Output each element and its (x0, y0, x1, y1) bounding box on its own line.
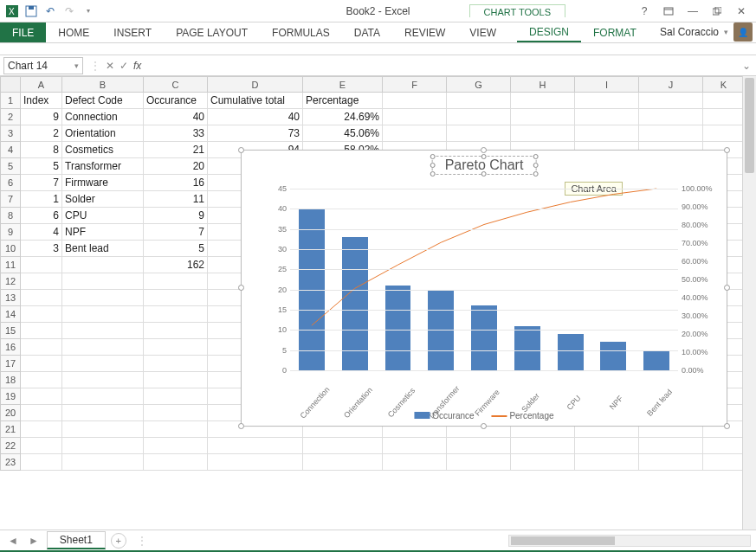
resize-handle[interactable] (724, 147, 730, 153)
chart-legend[interactable]: Occurance Percentage (414, 411, 553, 420)
cell-H22[interactable] (511, 438, 575, 454)
cell-A2[interactable]: 9 (21, 109, 62, 125)
cell-J22[interactable] (639, 438, 703, 454)
cell-A18[interactable] (21, 372, 62, 388)
row-header-23[interactable]: 23 (0, 454, 21, 471)
cell-A12[interactable] (21, 273, 62, 290)
cell-C6[interactable]: 16 (144, 175, 208, 191)
cell-J23[interactable] (639, 454, 703, 471)
user-account[interactable]: Sal Coraccio ▾ 👤 (660, 22, 753, 42)
cell-F22[interactable] (383, 438, 447, 454)
resize-handle[interactable] (481, 147, 487, 153)
cell-K3[interactable] (703, 125, 745, 142)
tab-file[interactable]: FILE (0, 22, 46, 42)
row-header-5[interactable]: 5 (0, 158, 21, 175)
cell-D2[interactable]: 40 (208, 109, 303, 125)
row-header-18[interactable]: 18 (0, 372, 21, 388)
cell-A5[interactable]: 5 (21, 158, 62, 175)
cell-B14[interactable] (62, 306, 144, 323)
cell-B4[interactable]: Cosmetics (62, 142, 144, 158)
cell-B9[interactable]: NPF (62, 224, 144, 241)
cell-C21[interactable] (144, 421, 208, 438)
row-header-17[interactable]: 17 (0, 356, 21, 372)
cell-A4[interactable]: 8 (21, 142, 62, 158)
qat-more-icon[interactable]: ▾ (81, 4, 95, 18)
cell-C15[interactable] (144, 323, 208, 339)
enter-formula-icon[interactable]: ✓ (120, 60, 128, 72)
cell-C17[interactable] (144, 356, 208, 372)
cell-C10[interactable]: 5 (144, 241, 208, 257)
cell-B17[interactable] (62, 356, 144, 372)
row-header-6[interactable]: 6 (0, 175, 21, 191)
tab-nav-prev-icon[interactable]: ◄ (5, 535, 21, 547)
cell-A15[interactable] (21, 323, 62, 339)
cell-C9[interactable]: 7 (144, 224, 208, 241)
column-header-C[interactable]: C (144, 76, 208, 93)
column-header-D[interactable]: D (208, 76, 303, 93)
row-header-13[interactable]: 13 (0, 290, 21, 306)
cell-D1[interactable]: Cumulative total (208, 93, 303, 109)
column-header-H[interactable]: H (511, 76, 575, 93)
column-header-J[interactable]: J (639, 76, 703, 93)
scrollbar-thumb[interactable] (511, 536, 615, 545)
cell-B8[interactable]: CPU (62, 208, 144, 224)
column-header-I[interactable]: I (575, 76, 639, 93)
cell-C11[interactable]: 162 (144, 257, 208, 273)
row-header-16[interactable]: 16 (0, 339, 21, 356)
cell-B1[interactable]: Defect Code (62, 93, 144, 109)
cell-C12[interactable] (144, 273, 208, 290)
row-header-4[interactable]: 4 (0, 142, 21, 158)
row-header-12[interactable]: 12 (0, 273, 21, 290)
expand-formula-bar-icon[interactable]: ⌄ (740, 60, 753, 72)
cell-A10[interactable]: 3 (21, 241, 62, 257)
cell-C13[interactable] (144, 290, 208, 306)
vertical-scrollbar[interactable] (742, 76, 756, 530)
chart-title[interactable]: Pareto Chart (432, 156, 537, 175)
scrollbar-thumb[interactable] (745, 78, 754, 173)
cell-D3[interactable]: 73 (208, 125, 303, 142)
row-header-1[interactable]: 1 (0, 93, 21, 109)
cell-K1[interactable] (703, 93, 745, 109)
cell-C18[interactable] (144, 372, 208, 388)
cell-C1[interactable]: Occurance (144, 93, 208, 109)
row-header-2[interactable]: 2 (0, 109, 21, 125)
cell-G3[interactable] (447, 125, 511, 142)
column-header-F[interactable]: F (383, 76, 447, 93)
cell-D23[interactable] (208, 454, 303, 471)
cell-B15[interactable] (62, 323, 144, 339)
restore-icon[interactable] (708, 3, 727, 19)
tab-page-layout[interactable]: PAGE LAYOUT (164, 22, 260, 42)
undo-icon[interactable]: ↶ (43, 4, 57, 18)
cell-E22[interactable] (303, 438, 383, 454)
cell-B20[interactable] (62, 405, 144, 421)
tab-nav-next-icon[interactable]: ► (26, 535, 42, 547)
cell-A21[interactable] (21, 421, 62, 438)
column-header-E[interactable]: E (303, 76, 383, 93)
chevron-down-icon[interactable]: ▾ (74, 61, 79, 70)
cell-F23[interactable] (383, 454, 447, 471)
cell-C19[interactable] (144, 388, 208, 405)
cell-B6[interactable]: Firmware (62, 175, 144, 191)
tab-home[interactable]: HOME (46, 22, 101, 42)
tab-insert[interactable]: INSERT (101, 22, 164, 42)
help-icon[interactable]: ? (635, 3, 654, 19)
minimize-icon[interactable]: — (683, 3, 702, 19)
row-header-7[interactable]: 7 (0, 191, 21, 208)
row-header-11[interactable]: 11 (0, 257, 21, 273)
column-header-K[interactable]: K (703, 76, 745, 93)
cell-A11[interactable] (21, 257, 62, 273)
row-header-10[interactable]: 10 (0, 241, 21, 257)
row-header-20[interactable]: 20 (0, 405, 21, 421)
cell-C16[interactable] (144, 339, 208, 356)
resize-handle[interactable] (238, 423, 244, 429)
cell-J3[interactable] (639, 125, 703, 142)
chart-object[interactable]: Pareto Chart Chart Area 0510152025303540… (241, 150, 727, 427)
resize-handle[interactable] (724, 285, 730, 291)
cell-I3[interactable] (575, 125, 639, 142)
cell-B19[interactable] (62, 388, 144, 405)
cell-H23[interactable] (511, 454, 575, 471)
cell-C14[interactable] (144, 306, 208, 323)
cell-B21[interactable] (62, 421, 144, 438)
cell-K23[interactable] (703, 454, 745, 471)
cell-A16[interactable] (21, 339, 62, 356)
